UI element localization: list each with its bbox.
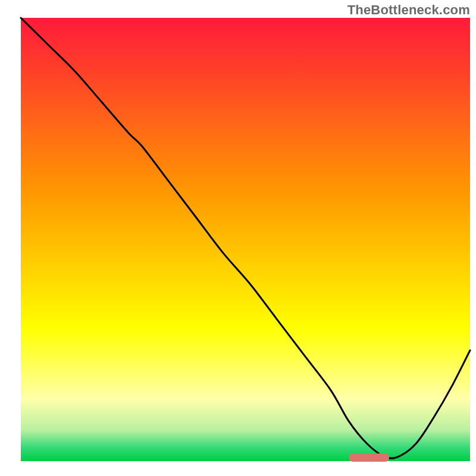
bottleneck-chart-svg [0, 0, 476, 476]
optimal-range-marker [349, 453, 389, 462]
gradient-background [21, 18, 470, 461]
watermark-label: TheBottleneck.com [347, 2, 470, 18]
chart-stage: TheBottleneck.com [0, 0, 476, 476]
